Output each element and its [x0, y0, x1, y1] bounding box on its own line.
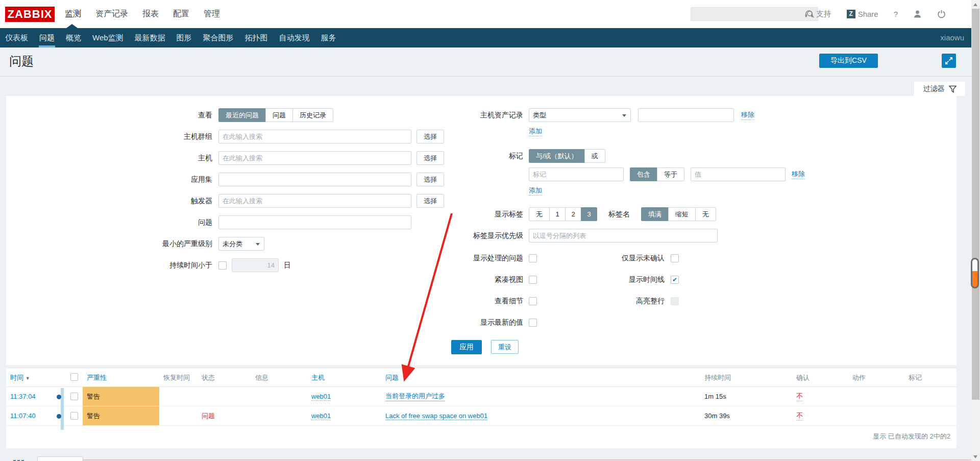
share-link[interactable]: Z Share — [847, 10, 878, 18]
show-tags-1[interactable]: 1 — [549, 207, 566, 221]
clipped-bulk-button[interactable] — [37, 456, 83, 461]
nav-screens[interactable]: 聚合图形 — [198, 28, 239, 47]
title-divider — [0, 76, 971, 77]
trigger-input[interactable] — [218, 194, 411, 208]
age-checkbox[interactable] — [218, 261, 227, 270]
status-cell: 问题 — [202, 411, 215, 421]
menu-inventory[interactable]: 资产记录 — [95, 9, 128, 19]
problems-table: 时间 ▼ 严重性 恢复时间 状态 信息 主机 问题 持续时间 确认 动作 标记 … — [6, 369, 957, 448]
host-group-input[interactable] — [218, 130, 411, 143]
nav-services[interactable]: 服务 — [315, 28, 342, 47]
host-link[interactable]: web01 — [311, 412, 331, 420]
col-host[interactable]: 主机 — [307, 373, 381, 382]
timeline-dot — [57, 414, 61, 419]
inventory-type-value: 类型 — [533, 111, 546, 120]
recovery-time-cell — [159, 406, 198, 425]
unacknowledged-only-label: 仅显示未确认 — [460, 251, 665, 265]
global-search[interactable] — [691, 7, 818, 21]
actions-cell — [848, 406, 904, 425]
search-input[interactable] — [691, 8, 803, 20]
ack-link[interactable]: 不 — [796, 392, 803, 401]
nav-latest-data[interactable]: 最新数据 — [129, 28, 171, 47]
menu-configuration[interactable]: 配置 — [173, 9, 189, 19]
col-severity[interactable]: 严重性 — [83, 373, 159, 382]
min-severity-label: 最小的严重级别 — [8, 237, 212, 251]
min-severity-select[interactable]: 未分类 — [218, 237, 264, 251]
inventory-value-input[interactable] — [638, 108, 734, 122]
col-status: 状态 — [198, 373, 251, 382]
tag-value-input[interactable] — [691, 167, 786, 181]
reset-button[interactable]: 重设 — [491, 340, 519, 354]
tags-or[interactable]: 或 — [584, 149, 605, 163]
apply-button[interactable]: 应用 — [451, 340, 482, 354]
ack-link[interactable]: 不 — [796, 411, 803, 421]
nav-maps[interactable]: 拓扑图 — [239, 28, 274, 47]
tag-remove-link[interactable]: 移除 — [792, 169, 805, 179]
application-input[interactable] — [218, 173, 411, 186]
inventory-remove-link[interactable]: 移除 — [741, 110, 754, 120]
tag-name-segmented: 填满 缩短 无 — [641, 207, 716, 221]
tag-op-contains[interactable]: 包含 — [630, 167, 657, 181]
tag-name-input[interactable] — [529, 167, 624, 181]
tag-name-full[interactable]: 填满 — [641, 207, 669, 221]
tag-op-equals[interactable]: 等于 — [657, 167, 684, 181]
table-footer-stats: 显示 已自动发现的 2中的2 — [873, 432, 950, 441]
duration-cell: 1m 15s — [700, 387, 792, 406]
row-checkbox[interactable] — [70, 393, 78, 400]
scroll-marker-widget[interactable] — [971, 258, 979, 288]
select-all-checkbox[interactable] — [70, 373, 78, 381]
show-latest-values-checkbox[interactable] — [529, 319, 537, 327]
tag-add-link[interactable]: 添加 — [529, 186, 542, 196]
show-tags-3[interactable]: 3 — [581, 207, 597, 221]
menu-monitoring[interactable]: 监测 — [65, 9, 81, 19]
trigger-label: 触发器 — [8, 194, 212, 208]
view-problems[interactable]: 问题 — [265, 108, 293, 122]
problem-time-link[interactable]: 11:37:04 — [10, 393, 36, 400]
unacknowledged-only-checkbox[interactable] — [671, 254, 679, 262]
scroll-down-icon[interactable] — [973, 455, 977, 458]
export-csv-button[interactable]: 导出到CSV — [819, 54, 878, 68]
tag-name-shortened[interactable]: 缩短 — [668, 207, 696, 221]
fullscreen-button[interactable] — [942, 54, 956, 68]
nav-dashboard[interactable]: 仪表板 — [0, 28, 34, 47]
problem-link[interactable]: Lack of free swap space on web01 — [385, 412, 487, 420]
zabbix-logo[interactable]: ZABBIX — [5, 7, 55, 22]
headset-icon — [804, 10, 814, 18]
menu-administration[interactable]: 管理 — [204, 9, 220, 19]
scroll-up-icon[interactable] — [973, 3, 977, 6]
nav-discovery[interactable]: 自动发现 — [274, 28, 315, 47]
problem-link[interactable]: 当前登录的用户过多 — [385, 392, 445, 401]
trigger-select-button[interactable]: 选择 — [416, 194, 444, 208]
support-link[interactable]: 支持 — [804, 9, 831, 19]
nav-web[interactable]: Web监测 — [87, 28, 129, 47]
problem-time-link[interactable]: 11:07:40 — [10, 412, 36, 420]
scrollbar-thumb[interactable] — [972, 9, 979, 400]
view-recent-problems[interactable]: 最近的问题 — [218, 108, 266, 122]
help-icon[interactable]: ? — [894, 10, 898, 18]
show-timeline-checkbox[interactable] — [671, 276, 679, 284]
filter-tab[interactable]: 过滤器 — [914, 82, 965, 96]
tags-andor[interactable]: 与/或（默认） — [529, 149, 585, 163]
host-label: 主机 — [8, 151, 212, 165]
show-tags-2[interactable]: 2 — [565, 207, 581, 221]
menu-reports[interactable]: 报表 — [142, 9, 159, 19]
vertical-scrollbar[interactable] — [971, 0, 980, 461]
col-time[interactable]: 时间 ▼ — [6, 373, 60, 382]
host-link[interactable]: web01 — [311, 393, 331, 401]
show-tags-none[interactable]: 无 — [529, 207, 550, 221]
host-group-select-button[interactable]: 选择 — [416, 130, 444, 143]
col-problem[interactable]: 问题 — [381, 373, 700, 382]
row-checkbox[interactable] — [70, 412, 78, 420]
nav-problems[interactable]: 问题 — [34, 28, 60, 47]
inventory-add-link[interactable]: 添加 — [529, 127, 542, 136]
nav-graphs[interactable]: 图形 — [171, 28, 198, 47]
tag-priority-input[interactable] — [529, 229, 718, 242]
tag-name-none[interactable]: 无 — [695, 207, 716, 221]
col-ack: 确认 — [792, 373, 848, 382]
application-select-button[interactable]: 选择 — [416, 173, 444, 186]
inventory-type-select[interactable]: 类型 — [529, 108, 631, 122]
nav-overview[interactable]: 概览 — [60, 28, 87, 47]
highlight-row-checkbox — [671, 297, 679, 305]
profile-icon[interactable] — [913, 10, 922, 18]
logout-icon[interactable] — [937, 10, 946, 18]
